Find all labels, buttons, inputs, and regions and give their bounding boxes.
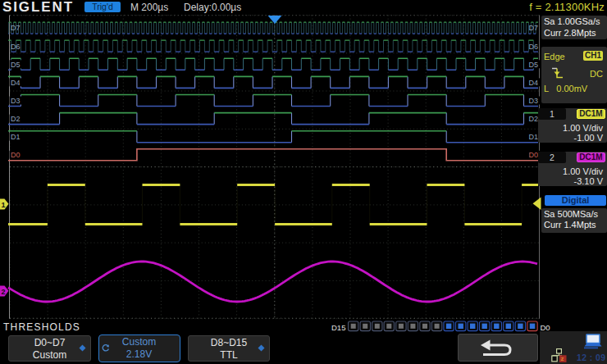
svg-text:D0: D0 [11,151,21,159]
svg-text:D7: D7 [11,24,21,32]
svg-text:D1: D1 [529,133,539,141]
svg-text:D3: D3 [529,97,539,105]
svg-text:D4: D4 [529,79,539,87]
svg-text:D5: D5 [529,61,539,69]
svg-text:2: 2 [2,288,6,296]
svg-text:D5: D5 [11,61,21,69]
svg-text:D1: D1 [11,133,21,141]
svg-text:D3: D3 [11,97,21,105]
svg-text:1: 1 [2,201,6,209]
svg-text:D0: D0 [529,151,539,159]
svg-text:D6: D6 [11,43,21,51]
svg-text:D7: D7 [529,24,539,32]
svg-text:D4: D4 [11,79,21,87]
svg-text:z: z [561,355,564,362]
svg-text:D2: D2 [529,115,539,123]
svg-text:D2: D2 [11,115,21,123]
svg-text:D6: D6 [529,43,539,51]
